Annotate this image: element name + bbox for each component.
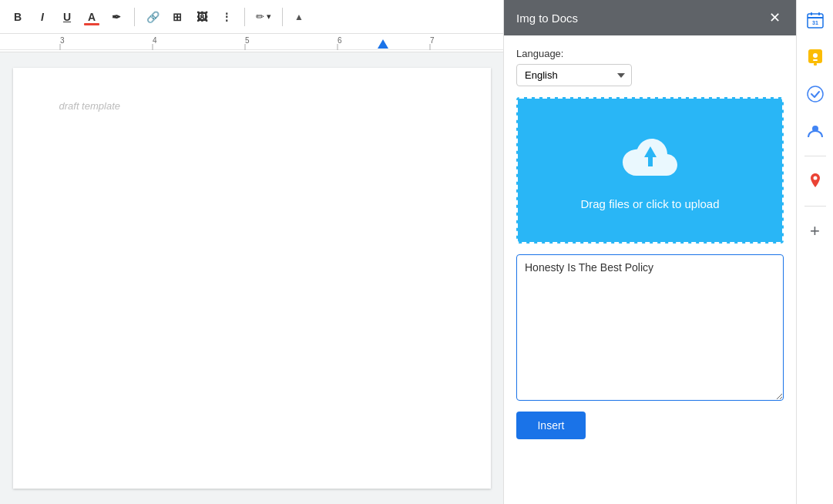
panel-header: Img to Docs ✕ xyxy=(504,0,796,35)
insert-button[interactable]: Insert xyxy=(516,412,586,439)
text-format-group: B I U A ✒ xyxy=(6,5,128,29)
insert-group: 🔗 ⊞ 🖼 ⋮ xyxy=(141,5,238,29)
svg-text:6: 6 xyxy=(338,36,342,45)
upload-area[interactable]: Drag files or click to upload xyxy=(516,97,784,244)
svg-rect-21 xyxy=(814,63,817,66)
svg-text:7: 7 xyxy=(430,36,435,45)
toolbar-divider-2 xyxy=(244,8,245,26)
svg-text:31: 31 xyxy=(812,20,818,25)
more-options-button[interactable]: ⋮ xyxy=(215,5,238,29)
cloud-upload-icon xyxy=(620,131,681,185)
toolbar-divider-1 xyxy=(134,8,135,26)
img-to-docs-panel: Img to Docs ✕ Language: English French S… xyxy=(503,0,796,504)
toolbar-divider-3 xyxy=(282,8,283,26)
insert-image-button[interactable]: 🖼 xyxy=(190,5,213,29)
underline-button[interactable]: U xyxy=(55,5,79,29)
font-color-button[interactable]: A xyxy=(80,5,103,29)
link-button[interactable]: 🔗 xyxy=(141,5,164,29)
panel-title: Img to Docs xyxy=(516,12,578,25)
svg-text:5: 5 xyxy=(245,36,250,45)
svg-rect-20 xyxy=(813,59,818,61)
svg-point-19 xyxy=(813,53,818,58)
keep-icon[interactable] xyxy=(801,43,829,71)
svg-rect-15 xyxy=(811,12,812,15)
svg-point-24 xyxy=(813,176,817,180)
toolbar: B I U A ✒ 🔗 ⊞ 🖼 ⋮ xyxy=(0,0,503,34)
svg-rect-16 xyxy=(818,12,820,15)
svg-text:3: 3 xyxy=(60,36,65,45)
language-label: Language: xyxy=(516,48,784,59)
sidebar-divider-2 xyxy=(804,206,826,207)
collapse-toolbar-button[interactable]: ▲ xyxy=(289,5,309,29)
panel-body: Language: English French Spanish German … xyxy=(504,35,796,504)
add-sidebar-button[interactable]: + xyxy=(801,217,829,245)
language-select[interactable]: English French Spanish German Chinese xyxy=(516,64,632,86)
ruler: 3 4 5 6 7 xyxy=(0,34,503,52)
highlight-button[interactable]: ✒ xyxy=(105,5,128,29)
ocr-text-section xyxy=(516,254,784,401)
google-sidebar: 31 + xyxy=(796,0,833,504)
sidebar-divider xyxy=(804,156,826,156)
insert-special-button[interactable]: ⊞ xyxy=(166,5,189,29)
document-canvas: draft template xyxy=(0,52,503,504)
maps-icon[interactable] xyxy=(801,167,829,195)
italic-button[interactable]: I xyxy=(31,5,54,29)
contacts-icon[interactable] xyxy=(801,117,829,145)
pen-mode-button[interactable]: ✏ ▾ xyxy=(251,8,276,25)
bold-button[interactable]: B xyxy=(6,5,29,29)
svg-marker-7 xyxy=(378,39,388,49)
draft-template-text: draft template xyxy=(59,100,121,112)
language-section: Language: English French Spanish German … xyxy=(516,48,784,86)
calendar-icon[interactable]: 31 xyxy=(801,6,829,34)
document-page[interactable]: draft template xyxy=(13,68,491,489)
svg-point-22 xyxy=(808,86,823,102)
document-area: B I U A ✒ 🔗 ⊞ 🖼 ⋮ xyxy=(0,0,503,504)
svg-text:4: 4 xyxy=(153,36,157,45)
svg-rect-14 xyxy=(808,17,823,18)
ocr-textarea[interactable] xyxy=(516,254,784,401)
panel-close-button[interactable]: ✕ xyxy=(766,9,784,26)
tasks-icon[interactable] xyxy=(801,80,829,108)
upload-text: Drag files or click to upload xyxy=(580,197,719,210)
